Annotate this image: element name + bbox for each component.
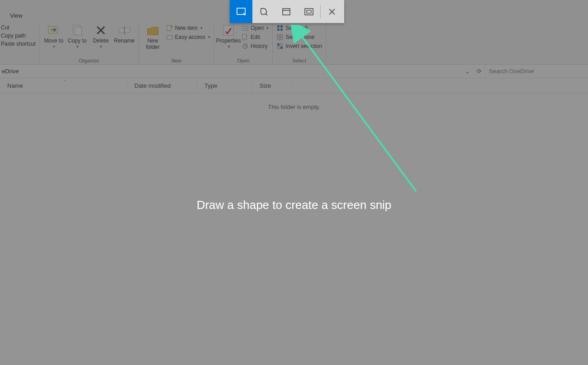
snip-close-button[interactable] (321, 0, 343, 23)
rectangular-snip-icon (237, 8, 246, 16)
snip-mode-freeform[interactable] (252, 0, 275, 23)
svg-rect-28 (305, 9, 313, 15)
close-icon (329, 9, 335, 15)
snip-dim-overlay[interactable] (0, 0, 588, 365)
freeform-snip-icon (259, 7, 268, 16)
svg-rect-29 (307, 10, 311, 13)
snip-mode-window[interactable] (275, 0, 298, 23)
svg-rect-26 (283, 9, 290, 15)
snip-mode-rectangular[interactable] (230, 0, 252, 23)
svg-point-25 (245, 14, 246, 15)
snip-mode-fullscreen[interactable] (298, 0, 320, 23)
snip-toolbar (230, 0, 344, 23)
fullscreen-snip-icon (304, 8, 313, 15)
snip-instruction-text: Draw a shape to create a screen snip (0, 198, 588, 212)
window-snip-icon (282, 8, 290, 15)
